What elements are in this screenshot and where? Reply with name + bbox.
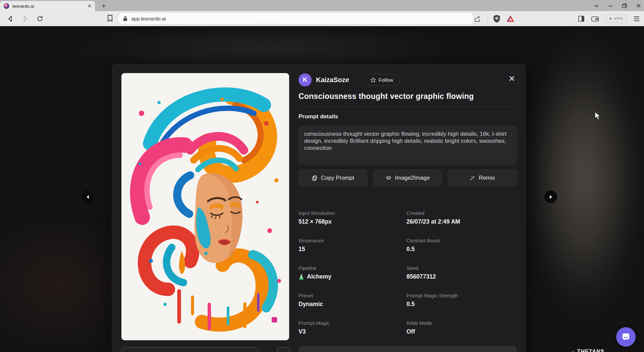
url-text[interactable]: app.leonardo.ai	[131, 16, 166, 21]
blurred-next-image	[522, 33, 644, 321]
browser-toolbar: app.leonardo.ai VPN	[0, 11, 644, 26]
meta-label: Preset	[299, 293, 407, 298]
meta-label: Input Resolution	[299, 210, 407, 216]
window-close-icon[interactable]	[636, 3, 641, 8]
wand-icon	[470, 175, 476, 181]
follow-button[interactable]: Follow	[363, 74, 400, 86]
generate-with-model-button[interactable]: Generate with this model	[299, 346, 517, 352]
share-icon[interactable]	[474, 15, 482, 23]
url-bar[interactable]: app.leonardo.ai	[118, 13, 474, 24]
meta-label: Contrast Boost	[407, 238, 517, 243]
copy-prompt-button[interactable]: Copy Prompt	[299, 170, 367, 186]
chat-support-button[interactable]	[616, 327, 636, 347]
potion-icon	[299, 274, 304, 280]
wallet-icon[interactable]	[591, 15, 599, 22]
minimize-icon[interactable]	[608, 3, 613, 8]
prev-image-button[interactable]	[81, 190, 94, 203]
thumbnail-strip[interactable]	[121, 347, 259, 352]
meta-value-preset: Dynamic	[299, 301, 407, 308]
meta-value-created: 26/07/23 at 2:49 AM	[407, 218, 517, 225]
brave-shield-icon[interactable]	[493, 14, 501, 23]
follow-label: Follow	[379, 77, 393, 83]
meta-value-contrast-boost: 0.5	[407, 246, 517, 253]
chevron-left-icon	[86, 195, 90, 199]
menu-icon[interactable]	[633, 16, 640, 22]
sidebar-icon[interactable]	[578, 15, 585, 22]
divider	[299, 106, 517, 107]
prompt-text-box[interactable]: consciousness thought vector graphic flo…	[299, 126, 517, 165]
chat-bubble-icon	[621, 332, 631, 342]
modal-close-icon[interactable]: ✕	[507, 74, 516, 83]
divider	[299, 198, 517, 198]
image-details-modal: K KaizaSoze Follow Consciousness thought…	[112, 64, 526, 352]
new-tab-button[interactable]: +	[99, 2, 108, 10]
meta-value-prompt-magic-strength: 0.5	[407, 301, 517, 308]
window-controls	[594, 0, 641, 11]
meta-label: Pipeline	[299, 265, 407, 271]
back-icon[interactable]	[7, 15, 14, 22]
meta-label: Resonance	[299, 238, 407, 243]
meta-value-seed: 856077312	[407, 273, 517, 280]
meta-label: Seed	[407, 265, 517, 271]
vpn-badge[interactable]: VPN	[605, 14, 627, 23]
meta-label: RAW Mode	[407, 320, 517, 326]
details-panel: K KaizaSoze Follow Consciousness thought…	[299, 73, 517, 348]
meta-value-resonance: 15	[299, 246, 407, 253]
meta-value-pipeline: Alchemy	[299, 273, 407, 280]
divider	[487, 15, 487, 22]
remix-button[interactable]: Remix	[448, 170, 517, 186]
tab-search-icon[interactable]	[594, 3, 599, 8]
remix-label: Remix	[479, 175, 495, 181]
meta-value-raw-mode: Off	[407, 328, 517, 335]
chevron-right-icon	[549, 195, 553, 199]
action-buttons: Copy Prompt Image2Image Remix	[299, 170, 517, 186]
author-name[interactable]: KaizaSoze	[316, 76, 349, 84]
generated-image[interactable]	[121, 73, 289, 340]
thumbnail-item[interactable]	[277, 347, 290, 352]
meta-label: Created	[407, 210, 517, 216]
meta-value-input-resolution: 512 × 768px	[299, 218, 407, 225]
copy-prompt-label: Copy Prompt	[321, 175, 354, 181]
favicon-icon	[3, 3, 9, 9]
vpn-dot-icon	[609, 17, 612, 20]
bookmark-icon[interactable]	[107, 14, 113, 22]
tab-strip: leonardo.ai ✕ +	[0, 0, 644, 11]
tab-close-icon[interactable]: ✕	[88, 3, 92, 9]
watermark: ▲ THETANS	[570, 349, 604, 352]
metadata-grid: Input Resolution512 × 768px Created26/07…	[299, 210, 517, 348]
browser-tab[interactable]: leonardo.ai ✕	[0, 1, 95, 11]
star-icon	[370, 77, 376, 83]
layers-icon	[385, 175, 392, 181]
prompt-details-heading: Prompt details	[299, 113, 517, 120]
flame-icon: ▲	[570, 349, 576, 352]
brave-rewards-icon[interactable]	[506, 15, 515, 23]
meta-label: Prompt Magic	[299, 320, 407, 326]
tab-title: leonardo.ai	[12, 4, 85, 9]
vpn-label: VPN	[614, 16, 623, 21]
image2image-button[interactable]: Image2Image	[373, 170, 442, 186]
copy-icon	[312, 175, 318, 181]
lock-icon[interactable]	[123, 16, 128, 21]
meta-value-prompt-magic: V3	[299, 328, 407, 335]
avatar[interactable]: K	[299, 73, 312, 86]
forward-icon[interactable]	[21, 15, 29, 22]
next-image-button[interactable]	[544, 190, 557, 203]
meta-label: Prompt Magic Strength	[407, 293, 517, 298]
generation-title: Consciousness thought vector graphic flo…	[299, 92, 517, 101]
artwork-illustration	[121, 73, 289, 340]
reload-icon[interactable]	[36, 15, 44, 22]
restore-icon[interactable]	[622, 3, 627, 8]
screen: leonardo.ai ✕ + app.leonardo.ai	[0, 0, 644, 352]
mouse-cursor	[594, 112, 601, 120]
author-row: K KaizaSoze Follow	[299, 73, 517, 86]
image2image-label: Image2Image	[395, 175, 430, 181]
